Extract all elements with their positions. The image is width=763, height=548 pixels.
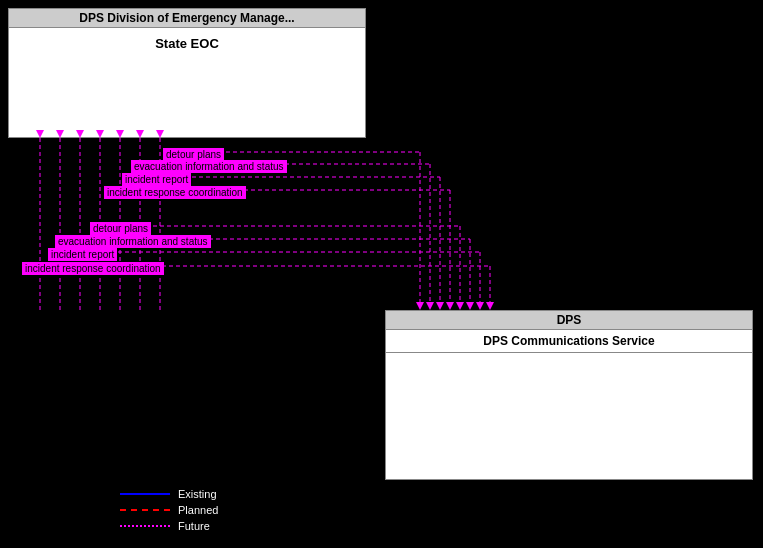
svg-marker-37 (486, 302, 494, 310)
planned-line-sample (120, 509, 170, 511)
label-incident-report-1: incident report (122, 173, 191, 186)
existing-line-sample (120, 493, 170, 495)
svg-marker-36 (476, 302, 484, 310)
svg-marker-34 (456, 302, 464, 310)
state-eoc-title: State EOC (9, 28, 365, 59)
state-eoc-container: DPS Division of Emergency Manage... Stat… (8, 8, 366, 138)
existing-label: Existing (178, 488, 217, 500)
label-evac-info-1: evacuation information and status (131, 160, 287, 173)
svg-marker-32 (436, 302, 444, 310)
label-incident-report-2: incident report (48, 248, 117, 261)
label-evac-info-2: evacuation information and status (55, 235, 211, 248)
legend-planned: Planned (120, 504, 218, 516)
future-line-sample (120, 525, 170, 527)
legend-future: Future (120, 520, 218, 532)
svg-marker-33 (446, 302, 454, 310)
legend: Existing Planned Future (120, 488, 218, 536)
future-label: Future (178, 520, 210, 532)
planned-label: Planned (178, 504, 218, 516)
label-detour-plans-2: detour plans (90, 222, 151, 235)
legend-existing: Existing (120, 488, 218, 500)
dps-header: DPS (386, 311, 752, 330)
svg-marker-31 (426, 302, 434, 310)
dps-container: DPS DPS Communications Service (385, 310, 753, 480)
svg-marker-35 (466, 302, 474, 310)
label-incident-response-1: incident response coordination (104, 186, 246, 199)
label-incident-response-2: incident response coordination (22, 262, 164, 275)
state-eoc-org-header: DPS Division of Emergency Manage... (9, 9, 365, 28)
svg-marker-30 (416, 302, 424, 310)
dps-sub-header: DPS Communications Service (386, 330, 752, 353)
